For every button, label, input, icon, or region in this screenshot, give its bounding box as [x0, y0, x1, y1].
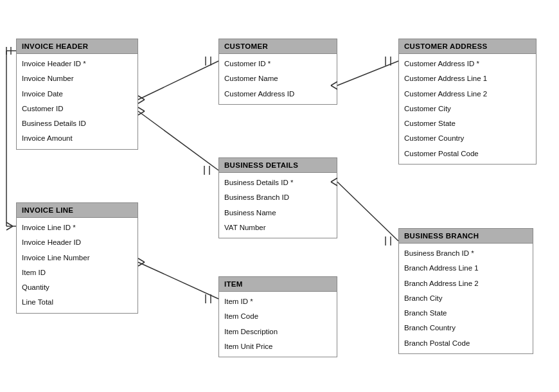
entity-fields-invoice-line: Invoice Line ID * Invoice Header ID Invo… — [17, 218, 138, 313]
field-invoice-header-id-fk: Invoice Header ID — [17, 235, 138, 250]
field-customer-state: Customer State — [399, 116, 536, 131]
field-branch-country: Branch Country — [399, 321, 533, 335]
entity-invoice-line: INVOICE LINE Invoice Line ID * Invoice H… — [16, 202, 138, 314]
field-invoice-line-number: Invoice Line Number — [17, 251, 138, 265]
field-customer-address-line2: Customer Address Line 2 — [399, 87, 536, 102]
field-branch-state: Branch State — [399, 306, 533, 321]
field-item-description: Item Description — [219, 325, 337, 339]
svg-line-3 — [138, 96, 145, 100]
svg-line-10 — [337, 61, 398, 85]
connector-customer-address — [331, 57, 398, 89]
entity-fields-business-details: Business Details ID * Business Branch ID… — [219, 173, 337, 238]
entity-fields-invoice-header: Invoice Header ID * Invoice Number Invoi… — [17, 54, 138, 149]
field-customer-address-id: Customer Address ID — [219, 87, 337, 102]
svg-line-20 — [6, 222, 13, 226]
svg-line-8 — [138, 107, 145, 111]
connector-bizdetails-bizbranch — [331, 178, 398, 245]
entity-item: ITEM Item ID * Item Code Item Descriptio… — [218, 276, 337, 357]
entity-fields-customer: Customer ID * Customer Name Customer Add… — [219, 54, 337, 104]
entity-fields-business-branch: Business Branch ID * Branch Address Line… — [399, 244, 533, 353]
connector-ih-il — [6, 47, 16, 230]
field-item-id-pk: Item ID * — [219, 294, 337, 309]
field-business-branch-id-pk: Business Branch ID * — [399, 246, 533, 261]
entity-business-branch: BUSINESS BRANCH Business Branch ID * Bra… — [398, 228, 533, 354]
field-customer-address-id-pk: Customer Address ID * — [399, 57, 536, 71]
svg-line-21 — [6, 226, 13, 230]
svg-line-0 — [138, 61, 218, 100]
svg-line-27 — [337, 182, 398, 241]
entity-fields-customer-address: Customer Address ID * Customer Address L… — [399, 54, 536, 164]
entity-header-customer-address: CUSTOMER ADDRESS — [399, 39, 536, 54]
svg-line-5 — [138, 111, 218, 170]
field-item-id: Item ID — [17, 265, 138, 280]
field-customer-id: Customer ID — [17, 102, 138, 116]
field-invoice-line-id: Invoice Line ID * — [17, 220, 138, 235]
entity-header-invoice-line: INVOICE LINE — [17, 203, 138, 218]
field-item-unit-price: Item Unit Price — [219, 339, 337, 354]
svg-line-22 — [138, 262, 218, 299]
entity-customer: CUSTOMER Customer ID * Customer Name Cus… — [218, 39, 337, 105]
field-quantity: Quantity — [17, 280, 138, 295]
field-vat-number: VAT Number — [219, 220, 337, 235]
field-invoice-amount: Invoice Amount — [17, 131, 138, 146]
field-customer-name: Customer Name — [219, 71, 337, 86]
field-branch-address-line1: Branch Address Line 1 — [399, 261, 533, 276]
svg-line-25 — [138, 258, 145, 262]
connector-ih-bizdetails — [138, 107, 218, 175]
entity-header-customer: CUSTOMER — [219, 39, 337, 54]
entity-header-invoice-header: INVOICE HEADER — [17, 39, 138, 54]
field-business-branch-id: Business Branch ID — [219, 190, 337, 205]
entity-header-business-branch: BUSINESS BRANCH — [399, 229, 533, 244]
field-branch-address-line2: Branch Address Line 2 — [399, 276, 533, 291]
field-customer-country: Customer Country — [399, 131, 536, 146]
entity-invoice-header: INVOICE HEADER Invoice Header ID * Invoi… — [16, 39, 138, 150]
svg-line-9 — [138, 111, 145, 115]
field-item-code: Item Code — [219, 309, 337, 324]
svg-line-4 — [138, 100, 145, 103]
field-invoice-date: Invoice Date — [17, 87, 138, 102]
field-business-name: Business Name — [219, 206, 337, 220]
field-branch-city: Branch City — [399, 291, 533, 306]
field-customer-address-line1: Customer Address Line 1 — [399, 71, 536, 86]
erd-diagram: INVOICE HEADER Invoice Header ID * Invoi… — [0, 0, 559, 392]
svg-line-26 — [138, 262, 145, 266]
connector-il-item — [138, 258, 218, 303]
field-business-details-id: Business Details ID — [17, 116, 138, 131]
entity-header-item: ITEM — [219, 277, 337, 292]
entity-business-details: BUSINESS DETAILS Business Details ID * B… — [218, 157, 337, 238]
field-customer-postal-code: Customer Postal Code — [399, 147, 536, 161]
field-invoice-header-id: Invoice Header ID * — [17, 57, 138, 71]
entity-header-business-details: BUSINESS DETAILS — [219, 158, 337, 173]
field-customer-id-pk: Customer ID * — [219, 57, 337, 71]
connector-ih-customer — [138, 57, 218, 103]
field-customer-city: Customer City — [399, 102, 536, 116]
field-line-total: Line Total — [17, 295, 138, 310]
field-branch-postal-code: Branch Postal Code — [399, 336, 533, 351]
entity-customer-address: CUSTOMER ADDRESS Customer Address ID * C… — [398, 39, 537, 165]
entity-fields-item: Item ID * Item Code Item Description Ite… — [219, 292, 337, 357]
field-invoice-number: Invoice Number — [17, 71, 138, 86]
field-business-details-id-pk: Business Details ID * — [219, 175, 337, 190]
